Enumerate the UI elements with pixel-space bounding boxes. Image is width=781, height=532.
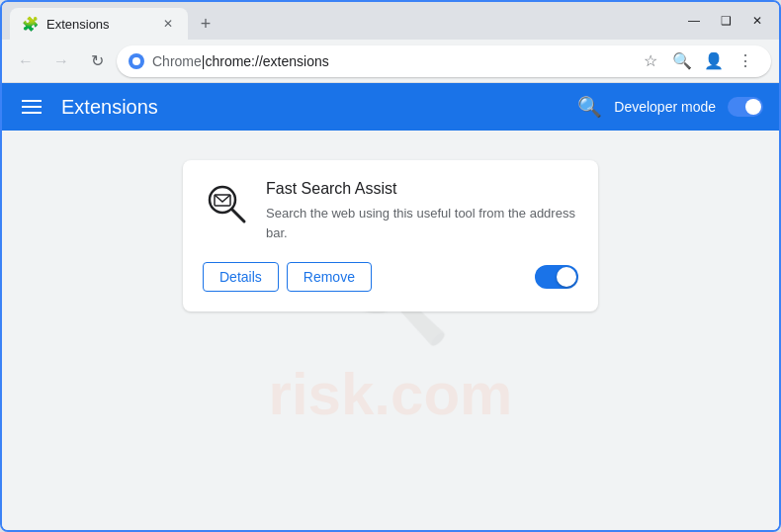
extension-description: Search the web using this useful tool fr… (266, 204, 578, 242)
remove-button[interactable]: Remove (287, 262, 372, 292)
hamburger-menu[interactable] (18, 96, 45, 118)
watermark-text: risk.com (269, 360, 513, 428)
extension-card-info: Fast Search Assist Search the web using … (266, 180, 578, 242)
tabs-area: 🧩 Extensions ✕ + (10, 2, 680, 40)
title-bar: 🧩 Extensions ✕ + — ❑ ✕ (2, 2, 779, 40)
extension-enabled-toggle[interactable] (535, 265, 578, 289)
extensions-header: Extensions 🔍 Developer mode (2, 83, 779, 131)
extension-card-top: Fast Search Assist Search the web using … (203, 180, 578, 242)
window-controls: — ❑ ✕ (680, 7, 771, 35)
address-path: chrome://extensions (205, 53, 328, 69)
svg-point-0 (132, 57, 140, 65)
extension-card: Fast Search Assist Search the web using … (183, 160, 598, 311)
back-button[interactable]: ← (10, 45, 42, 77)
close-button[interactable]: ✕ (743, 7, 771, 35)
address-text: Chrome | chrome://extensions (152, 53, 329, 69)
account-button[interactable]: 👤 (700, 47, 728, 75)
address-domain: Chrome (152, 53, 202, 69)
details-button[interactable]: Details (203, 262, 279, 292)
forward-button[interactable]: → (45, 45, 77, 77)
browser-window: 🧩 Extensions ✕ + — ❑ ✕ ← → ↻ Chrome | ch… (0, 0, 781, 532)
maximize-button[interactable]: ❑ (712, 7, 739, 35)
hamburger-line-2 (22, 106, 42, 108)
hamburger-line-1 (22, 100, 42, 102)
active-tab[interactable]: 🧩 Extensions ✕ (10, 8, 188, 40)
extensions-content: 🔍 risk.com (2, 131, 779, 530)
tab-title: Extensions (46, 17, 152, 32)
developer-mode-label: Developer mode (614, 99, 716, 115)
extensions-page-title: Extensions (61, 96, 562, 119)
bookmark-button[interactable]: ☆ (637, 47, 664, 75)
reload-button[interactable]: ↻ (81, 45, 113, 77)
new-tab-button[interactable]: + (192, 10, 219, 38)
tab-close-button[interactable]: ✕ (160, 16, 176, 32)
address-icons: ☆ 🔍 👤 ⋮ (637, 47, 759, 75)
extension-name: Fast Search Assist (266, 180, 578, 198)
address-bar-row: ← → ↻ Chrome | chrome://extensions ☆ 🔍 👤… (2, 40, 779, 83)
site-security-icon (129, 53, 144, 69)
zoom-button[interactable]: 🔍 (668, 47, 696, 75)
header-right-controls: 🔍 Developer mode (577, 95, 763, 119)
developer-mode-toggle[interactable] (728, 97, 763, 117)
svg-line-2 (232, 210, 244, 222)
header-search-button[interactable]: 🔍 (577, 95, 602, 119)
hamburger-line-3 (22, 112, 42, 114)
menu-button[interactable]: ⋮ (732, 47, 759, 75)
minimize-button[interactable]: — (680, 7, 708, 35)
address-bar[interactable]: Chrome | chrome://extensions ☆ 🔍 👤 ⋮ (117, 45, 771, 77)
tab-extension-icon: 🧩 (22, 16, 39, 32)
extension-icon (203, 180, 250, 227)
extension-card-actions: Details Remove (203, 262, 578, 292)
